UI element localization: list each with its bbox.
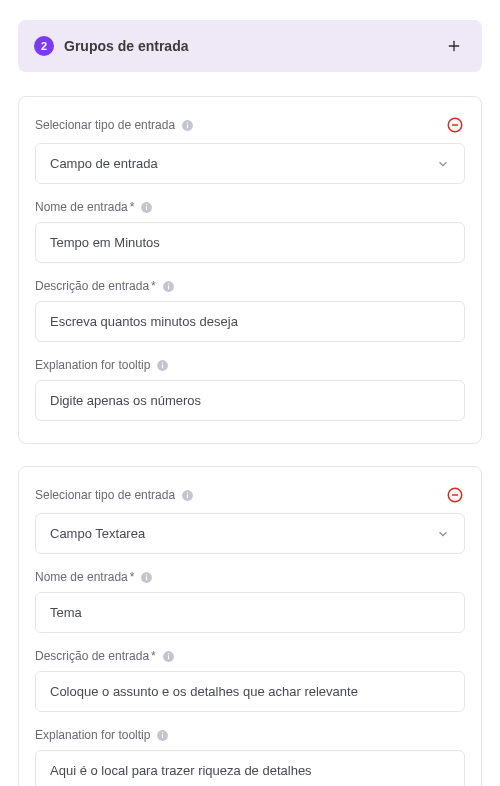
info-icon <box>162 280 175 293</box>
input-desc-field[interactable] <box>35 301 465 342</box>
svg-rect-3 <box>187 124 188 128</box>
svg-rect-26 <box>168 653 169 654</box>
svg-rect-29 <box>162 732 163 733</box>
input-group-card: Selecionar tipo de entrada Campo de entr… <box>18 96 482 444</box>
svg-rect-25 <box>168 655 169 659</box>
step-badge: 2 <box>34 36 54 56</box>
chevron-down-icon <box>436 527 450 541</box>
label-input-name: Nome de entrada <box>35 200 128 214</box>
svg-rect-4 <box>187 122 188 123</box>
input-type-select[interactable]: Campo de entrada <box>35 143 465 184</box>
required-mark: * <box>151 279 156 293</box>
chevron-down-icon <box>436 157 450 171</box>
add-group-button[interactable] <box>442 34 466 58</box>
svg-rect-12 <box>168 283 169 284</box>
input-type-select[interactable]: Campo Textarea <box>35 513 465 554</box>
input-group-card: Selecionar tipo de entrada Campo Textare… <box>18 466 482 786</box>
field-input-name: Nome de entrada * <box>35 200 465 263</box>
svg-rect-8 <box>146 206 147 210</box>
required-mark: * <box>130 200 135 214</box>
field-tooltip-exp: Explanation for tooltip <box>35 728 465 786</box>
info-icon <box>140 571 153 584</box>
svg-rect-22 <box>146 576 147 580</box>
label-tooltip-exp: Explanation for tooltip <box>35 728 150 742</box>
remove-circle-icon <box>446 116 464 134</box>
tooltip-exp-field[interactable] <box>35 380 465 421</box>
info-icon <box>140 201 153 214</box>
field-tooltip-exp: Explanation for tooltip <box>35 358 465 421</box>
remove-circle-icon <box>446 486 464 504</box>
select-value: Campo de entrada <box>50 156 158 171</box>
info-icon <box>156 359 169 372</box>
remove-group-button[interactable] <box>445 115 465 135</box>
label-select-type: Selecionar tipo de entrada <box>35 488 175 502</box>
label-select-type: Selecionar tipo de entrada <box>35 118 175 132</box>
section-title: Grupos de entrada <box>64 38 442 54</box>
field-select-type: Selecionar tipo de entrada Campo Textare… <box>35 485 465 554</box>
field-select-type: Selecionar tipo de entrada Campo de entr… <box>35 115 465 184</box>
svg-rect-15 <box>162 362 163 363</box>
input-name-field[interactable] <box>35 592 465 633</box>
info-icon <box>162 650 175 663</box>
info-icon <box>181 489 194 502</box>
svg-rect-28 <box>162 734 163 738</box>
svg-rect-18 <box>187 492 188 493</box>
select-value: Campo Textarea <box>50 526 145 541</box>
svg-rect-14 <box>162 364 163 368</box>
svg-rect-9 <box>146 204 147 205</box>
label-input-desc: Descrição de entrada <box>35 649 149 663</box>
input-name-field[interactable] <box>35 222 465 263</box>
field-input-desc: Descrição de entrada * <box>35 279 465 342</box>
svg-rect-17 <box>187 494 188 498</box>
input-desc-field[interactable] <box>35 671 465 712</box>
tooltip-exp-field[interactable] <box>35 750 465 786</box>
info-icon <box>156 729 169 742</box>
section-header: 2 Grupos de entrada <box>18 20 482 72</box>
label-tooltip-exp: Explanation for tooltip <box>35 358 150 372</box>
field-input-name: Nome de entrada * <box>35 570 465 633</box>
label-input-desc: Descrição de entrada <box>35 279 149 293</box>
field-input-desc: Descrição de entrada * <box>35 649 465 712</box>
label-input-name: Nome de entrada <box>35 570 128 584</box>
plus-icon <box>446 38 462 54</box>
required-mark: * <box>151 649 156 663</box>
remove-group-button[interactable] <box>445 485 465 505</box>
svg-rect-11 <box>168 285 169 289</box>
info-icon <box>181 119 194 132</box>
required-mark: * <box>130 570 135 584</box>
svg-rect-23 <box>146 574 147 575</box>
